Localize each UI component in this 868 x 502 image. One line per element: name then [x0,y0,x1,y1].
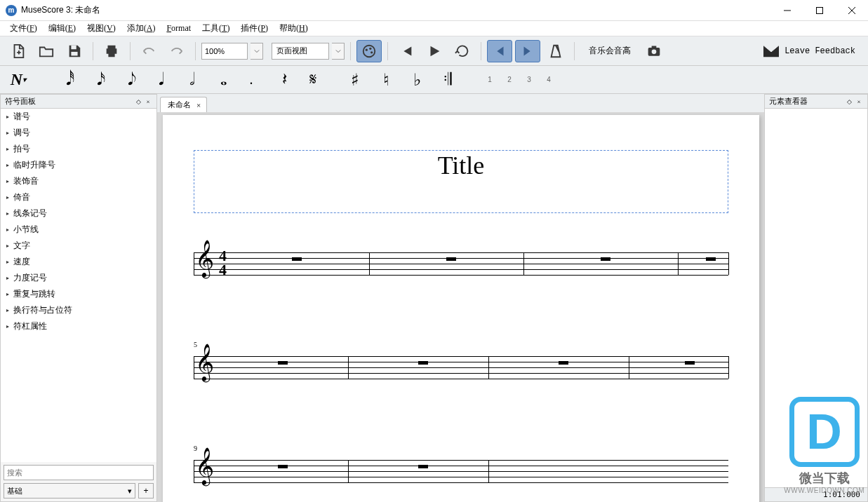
treble-clef-icon: 𝄞 [195,344,214,381]
palette-item-barlines[interactable]: 小节线 [1,222,156,238]
palette-add-button[interactable]: + [138,483,154,498]
treble-clef-icon: 𝄞 [195,447,214,485]
close-button[interactable] [836,0,868,21]
svg-point-5 [369,47,371,49]
voice-1-button[interactable]: 1 [483,73,497,87]
document-tab[interactable]: 未命名 × [160,97,207,112]
note-32nd-button[interactable]: 𝅘𝅥𝅯 [84,69,109,91]
inspector-undock-icon[interactable]: ◇ [845,97,853,106]
note-64th-button[interactable]: 𝅘𝅥𝅰 [53,69,79,91]
rewind-button[interactable] [394,40,419,62]
screenshot-button[interactable] [642,41,666,61]
natural-button[interactable]: ♮ [373,69,399,91]
score-title[interactable]: Title [438,151,485,180]
score-canvas[interactable]: Title 𝄞 44 5 𝄞 [157,112,764,502]
title-frame[interactable]: Title [194,150,728,213]
score-page: Title 𝄞 44 5 𝄞 [163,115,759,502]
menu-file[interactable]: 文件(F) [4,21,43,36]
inspector-close-icon[interactable]: × [855,97,863,106]
view-mode-dropdown[interactable] [332,43,345,60]
note-dot-button[interactable]: . [239,69,264,91]
palette-item-dynamics[interactable]: 力度记号 [1,270,156,286]
view-mode-combo[interactable]: 页面视图 [272,43,329,60]
redo-button[interactable] [164,40,189,62]
note-8th-button[interactable]: 𝅘𝅥 [146,69,171,91]
svg-point-3 [363,45,375,57]
note-input-toolbar: N▾ 𝅘𝅥𝅰 𝅘𝅥𝅯 𝅘𝅥𝅮 𝅘𝅥 𝅗𝅥 𝅝 . 𝄽 𝄋 ♯ ♮ ♭ 𝄇 1 2… [0,66,868,94]
mail-icon [763,45,779,57]
svg-point-8 [652,49,657,54]
menu-tools[interactable]: 工具(T) [196,21,235,36]
print-button[interactable] [99,40,124,62]
palette-header: 符号面板 ◇ × [1,95,156,109]
save-button[interactable] [62,40,87,62]
palette-item-text[interactable]: 文字 [1,238,156,254]
play-button[interactable] [422,40,447,62]
treble-clef-icon: 𝄞 [195,240,214,278]
title-bar: m MuseScore 3: 未命名 [0,0,868,21]
sharp-button[interactable]: ♯ [342,69,368,91]
svg-point-6 [370,51,373,53]
voice-3-button[interactable]: 3 [522,73,536,87]
undo-button[interactable] [136,40,161,62]
palette-search-input[interactable] [4,465,154,480]
voice-4-button[interactable]: 4 [542,73,556,87]
menu-view[interactable]: 视图(V) [81,21,121,36]
menu-help[interactable]: 帮助(H) [274,21,314,36]
minimize-button[interactable] [771,0,803,21]
palette-item-breaks[interactable]: 换行符与占位符 [1,302,156,318]
zoom-dropdown[interactable] [251,43,263,60]
maximize-button[interactable] [803,0,836,21]
menu-format[interactable]: Format [161,22,196,35]
open-button[interactable] [34,40,59,62]
new-score-button[interactable] [6,40,31,62]
feedback-button[interactable]: Leave Feedback [756,42,862,60]
palette-toggle-button[interactable] [356,40,382,62]
palette-panel: 符号面板 ◇ × 谱号 调号 拍号 临时升降号 装饰音 倚音 线条记号 小节线 … [0,94,157,502]
voice-2-button[interactable]: 2 [502,73,516,87]
app-logo: m [6,5,17,16]
palette-item-beam[interactable]: 符杠属性 [1,318,156,334]
palette-item-lines[interactable]: 线条记号 [1,205,156,222]
menu-edit[interactable]: 编辑(E) [43,21,81,36]
watermark: D 微当下载 WWW.WEIDOWN.COM [784,397,864,494]
menu-add[interactable]: 添加(A) [121,21,161,36]
palette-list: 谱号 调号 拍号 临时升降号 装饰音 倚音 线条记号 小节线 文字 速度 力度记… [1,109,156,462]
palette-item-ornaments[interactable]: 装饰音 [1,173,156,189]
watermark-logo-icon: D [789,397,860,467]
palette-close-icon[interactable]: × [144,97,152,106]
inspector-header: 元素查看器 ◇ × [765,95,867,109]
note-half-button[interactable]: 𝅝 [208,69,233,91]
staff-system-1[interactable]: 𝄞 44 [194,247,728,280]
zoom-input[interactable]: 100% [201,43,248,60]
note-input-mode-button[interactable]: N▾ [6,69,31,91]
tab-close-icon[interactable]: × [196,101,201,109]
palette-mode-combo[interactable]: 基础▾ [4,483,135,498]
staff-system-3[interactable]: 9 𝄞 [194,454,728,488]
note-quarter-button[interactable]: 𝅗𝅥 [177,69,202,91]
note-16th-button[interactable]: 𝅘𝅥𝅮 [115,69,140,91]
tie-button[interactable]: 𝄋 [300,69,326,91]
palette-item-clefs[interactable]: 谱号 [1,109,156,125]
inspector-panel: 元素查看器 ◇ × D 微当下载 WWW.WEIDOWN.COM 1:01:00… [764,94,868,502]
loop-out-button[interactable] [515,40,540,62]
palette-undock-icon[interactable]: ◇ [134,97,142,106]
palette-item-repeats[interactable]: 重复与跳转 [1,286,156,302]
main-toolbar: 100% 页面视图 音乐会音高 Leave Feedback [0,36,868,66]
flat-button[interactable]: ♭ [404,69,429,91]
palette-item-tempo[interactable]: 速度 [1,254,156,270]
palette-item-timesig[interactable]: 拍号 [1,141,156,157]
flip-button[interactable]: 𝄇 [435,69,460,91]
loop-in-button[interactable] [487,40,512,62]
palette-item-keysig[interactable]: 调号 [1,125,156,141]
rest-button[interactable]: 𝄽 [269,69,295,91]
menu-plugins[interactable]: 插件(P) [235,21,274,36]
metronome-button[interactable] [543,40,568,62]
palette-item-accidentals[interactable]: 临时升降号 [1,157,156,173]
svg-rect-1 [71,45,76,49]
loop-button[interactable] [450,40,475,62]
palette-item-grace[interactable]: 倚音 [1,189,156,205]
concert-pitch-button[interactable]: 音乐会音高 [580,45,639,57]
staff-system-2[interactable]: 5 𝄞 [194,351,728,384]
svg-rect-9 [652,46,657,48]
